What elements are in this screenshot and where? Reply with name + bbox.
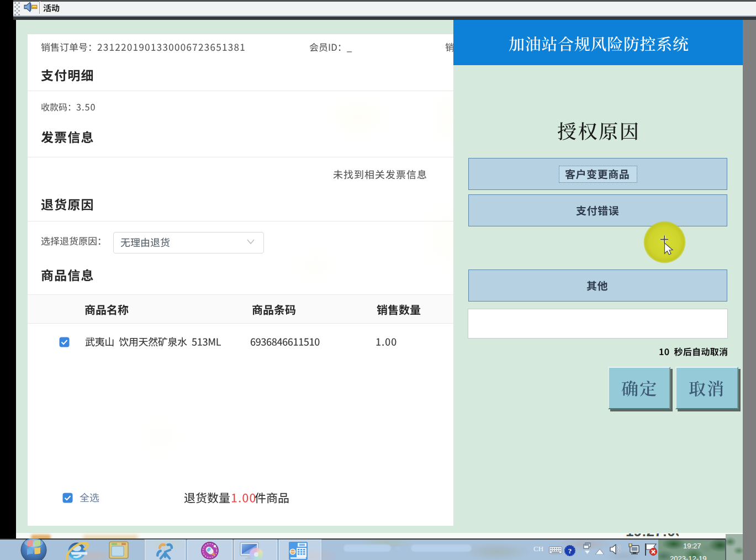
svg-text:?: ? [568, 547, 572, 555]
